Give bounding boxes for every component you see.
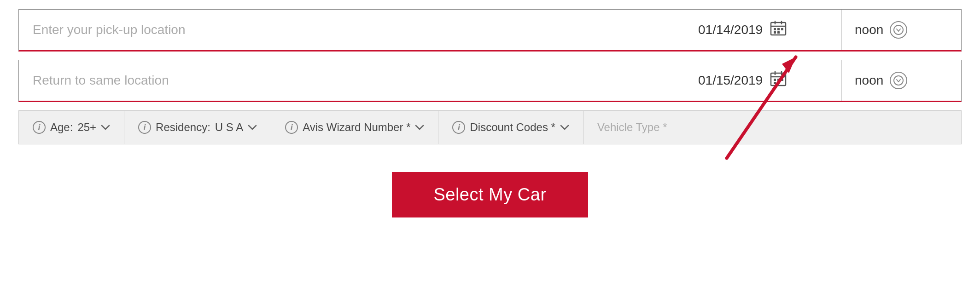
return-date-section[interactable]: 01/15/2019 [685,60,841,101]
svg-rect-17 [774,82,776,84]
pickup-date-value: 01/14/2019 [698,23,763,37]
pickup-location-input[interactable] [19,10,685,50]
pickup-time-chevron-icon[interactable] [890,21,907,39]
svg-point-19 [894,76,903,85]
svg-rect-15 [777,79,780,81]
svg-rect-6 [781,28,783,30]
select-button-row: Select My Car [18,172,962,217]
residency-info-icon: i [138,121,151,134]
discount-label: Discount Codes * [470,121,555,134]
svg-point-9 [894,25,903,34]
wizard-number-option[interactable]: i Avis Wizard Number * [271,111,438,144]
wizard-label: Avis Wizard Number * [303,121,410,134]
return-time-value: noon [855,73,883,88]
svg-rect-4 [774,28,776,30]
vehicle-type-label: Vehicle Type * [597,121,667,134]
discount-chevron-icon [560,122,569,133]
pickup-row: 01/14/2019 noon [18,9,962,51]
wizard-chevron-icon [415,122,424,133]
pickup-time-value: noon [855,23,883,37]
age-value: 25+ [77,121,96,134]
return-row: 01/15/2019 noon [18,60,962,102]
wizard-info-icon: i [285,121,298,134]
return-time-chevron-icon[interactable] [890,72,907,89]
residency-label: Residency: [156,121,210,134]
annotation-arrow [708,39,810,167]
svg-rect-8 [777,31,780,34]
svg-rect-14 [774,79,776,81]
select-my-car-button[interactable]: Select My Car [392,172,588,217]
discount-info-icon: i [452,121,465,134]
age-info-icon: i [33,121,46,134]
pickup-calendar-icon[interactable] [770,20,787,40]
return-calendar-icon[interactable] [770,70,787,91]
residency-option[interactable]: i Residency: U S A [124,111,271,144]
options-bar: i Age: 25+ i Residency: U S A i Avis Wiz… [18,110,962,144]
pickup-date-section[interactable]: 01/14/2019 [685,10,841,50]
return-time-section[interactable]: noon [841,60,961,101]
svg-rect-5 [777,28,780,30]
residency-chevron-icon [248,122,257,133]
svg-rect-18 [777,82,780,84]
pickup-time-section[interactable]: noon [841,10,961,50]
svg-rect-7 [774,31,776,34]
discount-codes-option[interactable]: i Discount Codes * [438,111,583,144]
age-label: Age: [50,121,73,134]
age-option[interactable]: i Age: 25+ [19,111,124,144]
svg-rect-16 [781,79,783,81]
age-chevron-icon [101,122,110,133]
vehicle-type-option[interactable]: Vehicle Type * [583,111,961,144]
return-location-input[interactable] [19,60,685,101]
residency-value: U S A [215,121,243,134]
return-date-value: 01/15/2019 [698,73,763,88]
